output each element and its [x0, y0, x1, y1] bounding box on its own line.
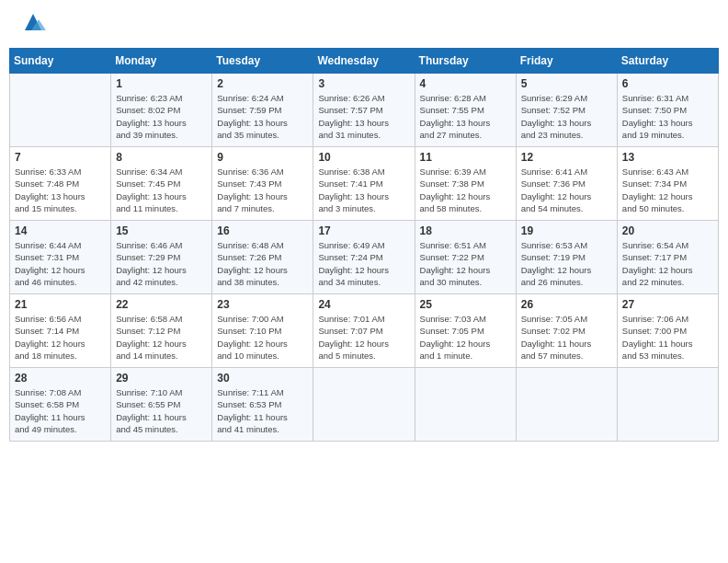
day-cell: 25Sunrise: 7:03 AM Sunset: 7:05 PM Dayli… — [415, 294, 516, 368]
day-cell: 17Sunrise: 6:49 AM Sunset: 7:24 PM Dayli… — [313, 221, 415, 294]
day-info: Sunrise: 6:23 AM Sunset: 8:02 PM Dayligh… — [116, 92, 207, 141]
day-cell: 30Sunrise: 7:11 AM Sunset: 6:53 PM Dayli… — [212, 368, 313, 442]
day-cell: 28Sunrise: 7:08 AM Sunset: 6:58 PM Dayli… — [10, 368, 111, 442]
day-cell: 26Sunrise: 7:05 AM Sunset: 7:02 PM Dayli… — [516, 294, 617, 368]
day-number: 10 — [318, 151, 409, 164]
day-cell — [10, 74, 111, 147]
day-info: Sunrise: 6:26 AM Sunset: 7:57 PM Dayligh… — [318, 92, 409, 141]
day-info: Sunrise: 6:46 AM Sunset: 7:29 PM Dayligh… — [116, 239, 207, 288]
day-cell: 11Sunrise: 6:39 AM Sunset: 7:38 PM Dayli… — [415, 147, 516, 221]
page-header — [9, 9, 719, 40]
day-number: 6 — [622, 77, 713, 90]
day-cell — [617, 368, 718, 442]
day-number: 14 — [15, 224, 106, 237]
day-cell: 6Sunrise: 6:31 AM Sunset: 7:50 PM Daylig… — [617, 74, 718, 147]
day-cell: 12Sunrise: 6:41 AM Sunset: 7:36 PM Dayli… — [516, 147, 617, 221]
day-info: Sunrise: 6:58 AM Sunset: 7:12 PM Dayligh… — [116, 313, 207, 362]
day-info: Sunrise: 6:53 AM Sunset: 7:19 PM Dayligh… — [521, 239, 612, 288]
day-number: 9 — [217, 151, 308, 164]
day-info: Sunrise: 7:11 AM Sunset: 6:53 PM Dayligh… — [217, 386, 308, 435]
day-info: Sunrise: 7:01 AM Sunset: 7:07 PM Dayligh… — [318, 313, 409, 362]
logo — [18, 14, 46, 36]
day-cell: 19Sunrise: 6:53 AM Sunset: 7:19 PM Dayli… — [516, 221, 617, 294]
day-number: 17 — [318, 224, 409, 237]
day-info: Sunrise: 7:08 AM Sunset: 6:58 PM Dayligh… — [15, 386, 106, 435]
day-cell: 23Sunrise: 7:00 AM Sunset: 7:10 PM Dayli… — [212, 294, 313, 368]
day-cell — [516, 368, 617, 442]
day-number: 11 — [420, 151, 511, 164]
day-cell: 2Sunrise: 6:24 AM Sunset: 7:59 PM Daylig… — [212, 74, 313, 147]
day-number: 20 — [622, 224, 713, 237]
day-number: 2 — [217, 77, 308, 90]
day-cell: 27Sunrise: 7:06 AM Sunset: 7:00 PM Dayli… — [617, 294, 718, 368]
day-cell: 29Sunrise: 7:10 AM Sunset: 6:55 PM Dayli… — [111, 368, 212, 442]
day-info: Sunrise: 7:06 AM Sunset: 7:00 PM Dayligh… — [622, 313, 713, 362]
day-info: Sunrise: 7:00 AM Sunset: 7:10 PM Dayligh… — [217, 313, 308, 362]
day-number: 25 — [420, 298, 511, 311]
week-row-3: 14Sunrise: 6:44 AM Sunset: 7:31 PM Dayli… — [10, 221, 719, 294]
day-info: Sunrise: 6:43 AM Sunset: 7:34 PM Dayligh… — [622, 166, 713, 214]
week-row-4: 21Sunrise: 6:56 AM Sunset: 7:14 PM Dayli… — [10, 294, 719, 368]
day-info: Sunrise: 6:54 AM Sunset: 7:17 PM Dayligh… — [622, 239, 713, 288]
day-info: Sunrise: 6:31 AM Sunset: 7:50 PM Dayligh… — [622, 92, 713, 141]
day-info: Sunrise: 7:05 AM Sunset: 7:02 PM Dayligh… — [521, 313, 612, 362]
day-number: 26 — [521, 298, 612, 311]
day-cell: 1Sunrise: 6:23 AM Sunset: 8:02 PM Daylig… — [111, 74, 212, 147]
day-number: 23 — [217, 298, 308, 311]
day-number: 12 — [521, 151, 612, 164]
day-info: Sunrise: 6:33 AM Sunset: 7:48 PM Dayligh… — [15, 166, 106, 214]
day-info: Sunrise: 6:44 AM Sunset: 7:31 PM Dayligh… — [15, 239, 106, 288]
calendar-table: SundayMondayTuesdayWednesdayThursdayFrid… — [9, 48, 719, 442]
day-number: 18 — [420, 224, 511, 237]
day-info: Sunrise: 6:51 AM Sunset: 7:22 PM Dayligh… — [420, 239, 511, 288]
day-info: Sunrise: 6:48 AM Sunset: 7:26 PM Dayligh… — [217, 239, 308, 288]
day-info: Sunrise: 7:03 AM Sunset: 7:05 PM Dayligh… — [420, 313, 511, 362]
day-number: 24 — [318, 298, 409, 311]
day-cell: 15Sunrise: 6:46 AM Sunset: 7:29 PM Dayli… — [111, 221, 212, 294]
day-cell: 20Sunrise: 6:54 AM Sunset: 7:17 PM Dayli… — [617, 221, 718, 294]
day-cell — [415, 368, 516, 442]
week-row-5: 28Sunrise: 7:08 AM Sunset: 6:58 PM Dayli… — [10, 368, 719, 442]
weekday-header-saturday: Saturday — [617, 49, 718, 74]
day-info: Sunrise: 7:10 AM Sunset: 6:55 PM Dayligh… — [116, 386, 207, 435]
day-cell: 3Sunrise: 6:26 AM Sunset: 7:57 PM Daylig… — [313, 74, 415, 147]
day-number: 5 — [521, 77, 612, 90]
weekday-header-sunday: Sunday — [10, 49, 111, 74]
weekday-header-wednesday: Wednesday — [313, 49, 415, 74]
day-number: 13 — [622, 151, 713, 164]
day-cell: 22Sunrise: 6:58 AM Sunset: 7:12 PM Dayli… — [111, 294, 212, 368]
weekday-row: SundayMondayTuesdayWednesdayThursdayFrid… — [10, 49, 719, 74]
logo-icon — [20, 10, 46, 36]
day-info: Sunrise: 6:29 AM Sunset: 7:52 PM Dayligh… — [521, 92, 612, 141]
weekday-header-thursday: Thursday — [415, 49, 516, 74]
day-number: 15 — [116, 224, 207, 237]
day-number: 8 — [116, 151, 207, 164]
day-number: 30 — [217, 372, 308, 385]
day-number: 21 — [15, 298, 106, 311]
day-cell: 10Sunrise: 6:38 AM Sunset: 7:41 PM Dayli… — [313, 147, 415, 221]
day-info: Sunrise: 6:56 AM Sunset: 7:14 PM Dayligh… — [15, 313, 106, 362]
day-number: 28 — [15, 372, 106, 385]
day-cell: 13Sunrise: 6:43 AM Sunset: 7:34 PM Dayli… — [617, 147, 718, 221]
day-info: Sunrise: 6:34 AM Sunset: 7:45 PM Dayligh… — [116, 166, 207, 214]
calendar-body: 1Sunrise: 6:23 AM Sunset: 8:02 PM Daylig… — [10, 74, 719, 442]
day-number: 27 — [622, 298, 713, 311]
day-info: Sunrise: 6:28 AM Sunset: 7:55 PM Dayligh… — [420, 92, 511, 141]
day-number: 3 — [318, 77, 409, 90]
week-row-2: 7Sunrise: 6:33 AM Sunset: 7:48 PM Daylig… — [10, 147, 719, 221]
calendar-header: SundayMondayTuesdayWednesdayThursdayFrid… — [10, 49, 719, 74]
day-cell: 7Sunrise: 6:33 AM Sunset: 7:48 PM Daylig… — [10, 147, 111, 221]
day-cell: 14Sunrise: 6:44 AM Sunset: 7:31 PM Dayli… — [10, 221, 111, 294]
day-info: Sunrise: 6:24 AM Sunset: 7:59 PM Dayligh… — [217, 92, 308, 141]
day-number: 7 — [15, 151, 106, 164]
day-cell: 16Sunrise: 6:48 AM Sunset: 7:26 PM Dayli… — [212, 221, 313, 294]
weekday-header-monday: Monday — [111, 49, 212, 74]
day-info: Sunrise: 6:36 AM Sunset: 7:43 PM Dayligh… — [217, 166, 308, 214]
week-row-1: 1Sunrise: 6:23 AM Sunset: 8:02 PM Daylig… — [10, 74, 719, 147]
day-cell: 4Sunrise: 6:28 AM Sunset: 7:55 PM Daylig… — [415, 74, 516, 147]
day-info: Sunrise: 6:41 AM Sunset: 7:36 PM Dayligh… — [521, 166, 612, 214]
weekday-header-tuesday: Tuesday — [212, 49, 313, 74]
day-number: 22 — [116, 298, 207, 311]
day-cell: 5Sunrise: 6:29 AM Sunset: 7:52 PM Daylig… — [516, 74, 617, 147]
day-number: 1 — [116, 77, 207, 90]
